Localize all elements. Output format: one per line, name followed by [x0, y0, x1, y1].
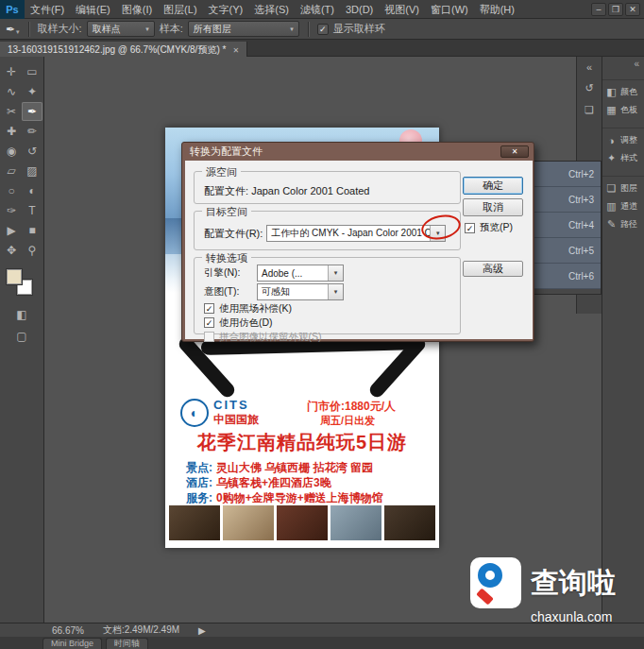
lasso-tool-icon[interactable]: ∿ [1, 82, 22, 101]
maximize-icon[interactable]: ❐ [608, 3, 623, 16]
close-icon[interactable]: ✕ [625, 3, 640, 16]
menu-3d[interactable]: 3D(D) [340, 0, 379, 19]
show-sampling-ring-checkbox[interactable]: ✓ [317, 24, 329, 35]
menu-window[interactable]: 窗口(W) [425, 0, 474, 19]
destination-profile-dropdown[interactable]: 工作中的 CMYK - Japan Color 2001 Coated ▾ [266, 225, 446, 242]
blur-tool-icon[interactable]: ○ [1, 181, 22, 200]
history-brush-tool-icon[interactable]: ↺ [22, 142, 42, 161]
chevron-down-icon: ▾ [138, 26, 149, 33]
zoom-level-field[interactable]: 66.67% [52, 625, 84, 636]
gradient-tool-icon[interactable]: ▨ [22, 162, 42, 180]
black-point-label: 使用黑场补偿(K) [219, 302, 292, 316]
eraser-tool-icon[interactable]: ▱ [1, 162, 22, 180]
mini-bridge-tab[interactable]: Mini Bridge [42, 638, 102, 649]
channel-shortcut: Ctrl+6 [568, 271, 594, 282]
quick-selection-tool-icon[interactable]: ✦ [22, 82, 42, 101]
eyedropper-tool-icon[interactable]: ✒ [22, 102, 42, 121]
healing-brush-tool-icon[interactable]: ✚ [1, 122, 22, 141]
flyer-line-label: 酒店: [186, 476, 212, 489]
tools-grid: ✛ ▭ ∿ ✦ ✂ ✒ ✚ ✏ ◉ ↺ ▱ ▨ ○ ◐ ✑ T ▶ ■ ✥ ⚲ [0, 57, 43, 260]
source-profile-label: 配置文件: [204, 185, 248, 196]
dock-item-color[interactable]: ◧ 颜色 [602, 83, 644, 101]
sample-label: 样本: [160, 22, 183, 36]
type-tool-icon[interactable]: T [22, 201, 42, 220]
ok-button[interactable]: 确定 [463, 177, 523, 195]
menu-file[interactable]: 文件(F) [25, 0, 70, 19]
show-sampling-ring-label: 显示取样环 [333, 22, 385, 36]
dock-item-channels[interactable]: ▥ 通道 [602, 197, 644, 215]
shape-tool-icon[interactable]: ■ [22, 221, 42, 240]
dock-item-styles[interactable]: ✦ 样式 [602, 149, 644, 167]
intent-dropdown[interactable]: 可感知 ▾ [257, 283, 344, 300]
chevron-down-icon[interactable]: ▾ [328, 284, 343, 299]
dock-item-label: 图层 [620, 182, 637, 195]
hand-tool-icon[interactable]: ✥ [1, 241, 22, 260]
dock-group: ◧ 颜色 ▦ 色板 [602, 79, 644, 119]
dock-item-label: 调整 [620, 134, 637, 146]
intent-value: 可感知 [262, 285, 290, 299]
dock-item-label: 颜色 [620, 86, 637, 98]
properties-panel-icon[interactable]: ❏ [585, 104, 594, 116]
flyer-schedule-text: 周五/日出发 [307, 414, 396, 428]
screen-mode-icon[interactable]: ▢ [11, 327, 32, 346]
collapse-panels-icon[interactable]: « [586, 61, 592, 73]
advanced-button[interactable]: 高级 [463, 261, 523, 277]
menu-layer[interactable]: 图层(L) [158, 0, 202, 19]
marquee-tool-icon[interactable]: ▭ [22, 62, 42, 81]
layers-panel-icon: ❏ [605, 182, 618, 195]
engine-dropdown[interactable]: Adobe (... ▾ [257, 265, 344, 282]
dialog-title-bar[interactable]: 转换为配置文件 ✕ [185, 143, 531, 161]
dodge-tool-icon[interactable]: ◐ [22, 181, 42, 200]
eyedropper-icon: ✒ [6, 23, 15, 36]
tab-close-icon[interactable]: ✕ [232, 46, 239, 55]
flyer-photo [277, 505, 328, 540]
pen-tool-icon[interactable]: ✑ [1, 201, 22, 220]
history-panel-icon[interactable]: ↺ [585, 82, 593, 94]
foreground-color-swatch[interactable] [7, 269, 22, 284]
cancel-button[interactable]: 取消 [463, 198, 523, 216]
right-panel-dock: « ◧ 颜色 ▦ 色板 ◑ 调整 ✦ 样式 ❏ 图层 [602, 57, 644, 623]
dither-checkbox[interactable]: ✓ [204, 317, 214, 328]
channels-panel-icon: ▥ [605, 200, 618, 213]
dock-item-layers[interactable]: ❏ 图层 [602, 179, 644, 197]
zoom-tool-icon[interactable]: ⚲ [22, 241, 42, 260]
minimize-icon[interactable]: – [591, 3, 606, 16]
preview-checkbox[interactable]: ✓ [465, 223, 475, 233]
sample-size-dropdown[interactable]: 取样点 ▾ [87, 21, 155, 37]
sample-size-value: 取样点 [93, 23, 121, 36]
path-selection-tool-icon[interactable]: ▶ [1, 221, 22, 240]
brush-tool-icon[interactable]: ✏ [22, 122, 42, 141]
channel-shortcut: Ctrl+5 [568, 246, 594, 256]
dock-item-adjustments[interactable]: ◑ 调整 [602, 131, 644, 149]
sample-layers-dropdown[interactable]: 所有图层 ▾ [188, 21, 299, 37]
move-tool-icon[interactable]: ✛ [1, 62, 22, 81]
convert-to-profile-dialog: 转换为配置文件 ✕ 源空间 配置文件: Japan Color 2001 Coa… [181, 142, 534, 342]
dialog-close-icon[interactable]: ✕ [500, 145, 529, 158]
cits-logo-icon: ◐ [180, 399, 209, 427]
flyer-photo [169, 505, 220, 540]
flyer-photo-row [169, 505, 435, 540]
status-flyout-icon[interactable]: ▶ [198, 625, 206, 636]
chevron-down-icon[interactable]: ▾ [328, 265, 343, 281]
site-watermark: 查询啦 chaxunla.com [470, 557, 616, 624]
menu-image[interactable]: 图像(I) [116, 0, 158, 19]
menu-edit[interactable]: 编辑(E) [70, 0, 116, 19]
document-size-info: 文档:2.49M/2.49M [103, 623, 179, 637]
timeline-tab[interactable]: 时间轴 [106, 638, 148, 649]
engine-label: 引擎(N): [204, 266, 253, 280]
current-tool-indicator[interactable]: ✒ ▾ [6, 23, 20, 36]
dock-item-paths[interactable]: ✎ 路径 [602, 215, 644, 233]
menu-type[interactable]: 文字(Y) [203, 0, 249, 19]
dock-item-swatches[interactable]: ▦ 色板 [602, 101, 644, 119]
clone-stamp-tool-icon[interactable]: ◉ [1, 142, 22, 161]
crop-tool-icon[interactable]: ✂ [1, 102, 22, 121]
menu-help[interactable]: 帮助(H) [474, 0, 520, 19]
menu-select[interactable]: 选择(S) [248, 0, 295, 19]
menu-filter[interactable]: 滤镜(T) [295, 0, 340, 19]
collapse-dock-icon[interactable]: « [602, 57, 644, 71]
source-profile-row: 配置文件: Japan Color 2001 Coated [204, 184, 370, 198]
quick-mask-tool-icon[interactable]: ◧ [11, 305, 32, 324]
black-point-checkbox[interactable]: ✓ [204, 303, 214, 314]
document-tab-title: 13-160319151912462.jpg @ 66.7%(CMYK/8/预览… [8, 43, 226, 57]
menu-view[interactable]: 视图(V) [379, 0, 425, 19]
